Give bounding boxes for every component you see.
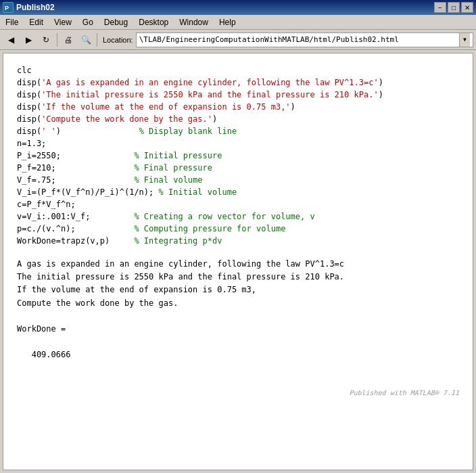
menu-file[interactable]: File (0, 16, 24, 28)
close-button[interactable]: ✕ (461, 2, 473, 13)
code-line-10: V_f=.75; % Final volume (17, 174, 459, 186)
window-controls: − □ ✕ (434, 2, 473, 13)
toolbar-separator-1 (57, 33, 57, 47)
output-line-3: If the volume at the end of expansion is… (17, 284, 459, 296)
forward-button[interactable]: ▶ (20, 32, 37, 48)
menu-view[interactable]: View (49, 16, 77, 28)
code-line-6: disp(' ') % Display blank line (17, 125, 459, 137)
print-button[interactable]: 🖨 (60, 32, 76, 48)
code-line-14: p=c./(v.^n); % Computing pressure for vo… (17, 223, 459, 235)
code-line-9: P_f=210; % Final pressure (17, 162, 459, 174)
code-line-1: clc (17, 64, 459, 76)
app-icon: P (3, 2, 14, 13)
code-line-13: v=V_i:.001:V_f; % Creating a row vector … (17, 210, 459, 223)
output-line-1: A gas is expanded in an engine cylinder,… (17, 258, 459, 271)
menu-bar: File Edit View Go Debug Desktop Window H… (0, 15, 476, 30)
code-line-5: disp('Compute the work done by the gas.'… (17, 113, 459, 125)
output-block: A gas is expanded in an engine cylinder,… (17, 258, 459, 362)
workdone-label: WorkDone = (17, 323, 459, 336)
main-content[interactable]: clc disp('A gas is expanded in an engine… (3, 53, 473, 470)
menu-go[interactable]: Go (77, 16, 99, 28)
location-value: \TLAB/EngineeringComputationWithMATLAB/h… (139, 35, 459, 44)
window-title: Publish02 (16, 3, 434, 12)
workdone-value: 409.0666 (17, 348, 459, 361)
published-footer: Published with MATLAB® 7.11 (17, 389, 459, 397)
title-bar: P Publish02 − □ ✕ (0, 0, 476, 15)
toolbar: ◀ ▶ ↻ 🖨 🔍 Location: \TLAB/EngineeringCom… (0, 30, 476, 50)
maximize-button[interactable]: □ (448, 2, 460, 13)
minimize-button[interactable]: − (434, 2, 446, 13)
menu-debug[interactable]: Debug (99, 16, 133, 28)
output-line-2: The initial pressure is 2550 kPa and the… (17, 271, 459, 284)
code-line-15: WorkDone=trapz(v,p) % Integrating p*dv (17, 235, 459, 247)
code-line-11: V_i=(P_f*(V_f^n)/P_i)^(1/n); % Initial v… (17, 186, 459, 198)
footer-text: Published with MATLAB® 7.11 (349, 389, 459, 397)
location-label: Location: (103, 36, 133, 44)
toolbar-separator-2 (97, 33, 97, 47)
menu-edit[interactable]: Edit (24, 16, 49, 28)
location-bar[interactable]: \TLAB/EngineeringComputationWithMATLAB/h… (136, 32, 473, 47)
code-block: clc disp('A gas is expanded in an engine… (17, 64, 459, 247)
code-line-7: n=1.3; (17, 137, 459, 150)
code-line-4: disp('If the volume at the end of expans… (17, 101, 459, 113)
search-button[interactable]: 🔍 (78, 32, 94, 48)
refresh-button[interactable]: ↻ (38, 32, 54, 48)
back-button[interactable]: ◀ (3, 32, 19, 48)
output-line-4: Compute the work done by the gas. (17, 297, 459, 310)
svg-text:P: P (5, 5, 9, 12)
code-line-8: P_i=2550; % Initial pressure (17, 150, 459, 162)
menu-desktop[interactable]: Desktop (133, 16, 174, 28)
code-line-3: disp('The initial pressure is 2550 kPa a… (17, 89, 459, 101)
menu-window[interactable]: Window (174, 16, 214, 28)
code-line-12: c=P_f*V_f^n; (17, 198, 459, 210)
location-dropdown-button[interactable]: ▼ (459, 33, 470, 47)
menu-help[interactable]: Help (214, 16, 241, 28)
code-line-2: disp('A gas is expanded in an engine cyl… (17, 76, 459, 89)
